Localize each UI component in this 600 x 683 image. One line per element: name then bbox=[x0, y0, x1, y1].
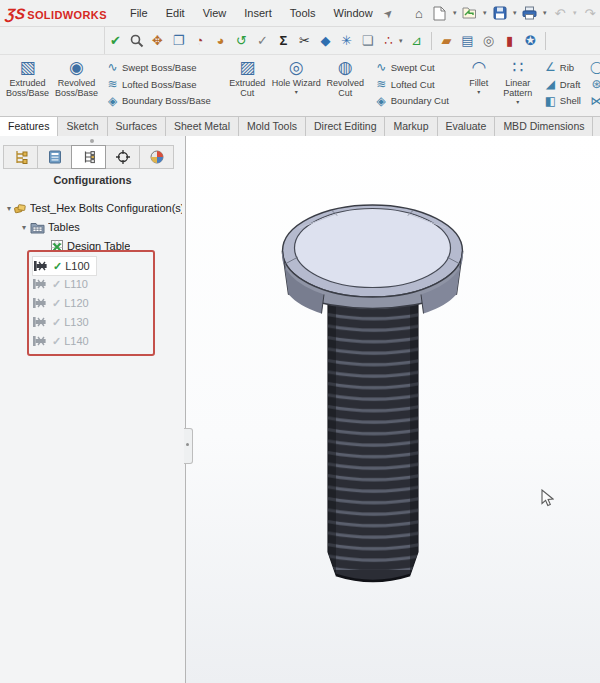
flag-marker-icon[interactable]: ▰ bbox=[436, 31, 457, 51]
swept-cut-button[interactable]: ∿ Swept Cut bbox=[372, 59, 451, 76]
equations-sigma-icon[interactable]: Σ bbox=[273, 31, 294, 51]
open-document-icon[interactable] bbox=[460, 3, 480, 23]
display-manager-tab[interactable] bbox=[139, 145, 174, 169]
fillet-button[interactable]: ◠ Fillet ▾ bbox=[461, 57, 497, 111]
tables-expand-arrow[interactable]: ▾ bbox=[18, 223, 30, 232]
tab-solidworks-addins[interactable]: SOLIDWORKS Add-Ins bbox=[592, 116, 600, 136]
annotation-highlight-box bbox=[27, 250, 155, 356]
appearance-sphere-icon[interactable]: ◕ bbox=[210, 31, 231, 51]
intersect-button[interactable]: ⊛ Intersect bbox=[587, 76, 600, 93]
panel-splitter-handle[interactable] bbox=[184, 428, 193, 464]
tab-markup[interactable]: Markup bbox=[384, 116, 437, 136]
hole-wizard-caret[interactable]: ▾ bbox=[295, 89, 298, 95]
new-document-icon[interactable] bbox=[430, 3, 450, 23]
save-icon[interactable] bbox=[490, 3, 510, 23]
root-config-label: Test_Hex Bolts Configuration(s) (L10 bbox=[30, 202, 182, 214]
rib-button[interactable]: ∠ Rib bbox=[541, 59, 583, 76]
hex-bolt-model[interactable] bbox=[186, 136, 600, 683]
error-doc-icon[interactable]: ▮ bbox=[499, 31, 520, 51]
star-circle-icon[interactable]: ✪ bbox=[520, 31, 541, 51]
open-doc-glyph bbox=[462, 6, 477, 20]
spell-check-icon[interactable]: ✔ bbox=[105, 31, 126, 51]
tab-surfaces[interactable]: Surfaces bbox=[107, 116, 166, 136]
graphics-area[interactable] bbox=[186, 136, 600, 683]
swept-boss-base-button[interactable]: ∿ Swept Boss/Base bbox=[103, 59, 213, 76]
open-dropdown-caret[interactable]: ▾ bbox=[481, 9, 489, 17]
new-dropdown-caret[interactable]: ▾ bbox=[451, 9, 459, 17]
redo-icon[interactable]: ↷ bbox=[580, 3, 600, 23]
fillet-caret[interactable]: ▾ bbox=[477, 89, 480, 95]
configuration-manager-tab[interactable] bbox=[71, 145, 106, 169]
linear-pattern-caret[interactable]: ▾ bbox=[516, 99, 519, 105]
print-icon[interactable] bbox=[520, 3, 540, 23]
tab-mbd-dimensions[interactable]: MBD Dimensions bbox=[494, 116, 593, 136]
extruded-boss-base-button[interactable]: ▧ Extruded Boss/Base bbox=[3, 57, 52, 111]
toolbar-dropdown-caret[interactable]: ▾ bbox=[399, 37, 406, 45]
menu-file[interactable]: File bbox=[121, 3, 157, 23]
command-manager-ribbon: ▧ Extruded Boss/Base ◉ Revolved Boss/Bas… bbox=[0, 55, 600, 114]
print-dropdown-caret[interactable]: ▾ bbox=[541, 9, 549, 17]
root-expand-arrow[interactable]: ▾ bbox=[4, 204, 14, 213]
copy-settings-icon[interactable]: ❏ bbox=[357, 31, 378, 51]
tab-features[interactable]: Features bbox=[0, 116, 58, 136]
home-icon[interactable]: ⌂ bbox=[409, 3, 429, 23]
extruded-boss-base-label: Extruded Boss/Base bbox=[3, 78, 52, 98]
feature-manager-tab[interactable] bbox=[3, 145, 38, 169]
menu-edit[interactable]: Edit bbox=[157, 3, 194, 23]
window-copy-icon[interactable]: ❐ bbox=[168, 31, 189, 51]
mouse-cursor bbox=[541, 489, 554, 507]
menu-insert[interactable]: Insert bbox=[235, 3, 281, 23]
tree-root-row[interactable]: ▾ Test_Hex Bolts Configuration(s) (L10 bbox=[4, 199, 182, 217]
lofted-boss-base-button[interactable]: ≋ Lofted Boss/Base bbox=[103, 76, 213, 93]
tab-direct-editing[interactable]: Direct Editing bbox=[305, 116, 385, 136]
tab-sketch[interactable]: Sketch bbox=[57, 116, 107, 136]
pin-menu-icon[interactable]: ➤ bbox=[380, 5, 396, 21]
panel-header: Configurations bbox=[0, 174, 185, 186]
paint-droplet-icon[interactable]: ◆ bbox=[315, 31, 336, 51]
extruded-cut-label: Extruded Cut bbox=[223, 78, 272, 98]
revolved-cut-button[interactable]: ◍ Revolved Cut bbox=[321, 57, 370, 111]
freeze-snowflake-icon[interactable]: ✳ bbox=[336, 31, 357, 51]
linear-pattern-button[interactable]: ∷ Linear Pattern ▾ bbox=[497, 57, 539, 111]
property-manager-tab[interactable] bbox=[37, 145, 72, 169]
measure-tool-icon[interactable]: ⊿ bbox=[406, 31, 427, 51]
magnifier-icon[interactable] bbox=[126, 31, 147, 51]
sketch-check-icon[interactable]: ✓ bbox=[252, 31, 273, 51]
section-view-icon[interactable]: ▤ bbox=[457, 31, 478, 51]
wrap-button[interactable]: ◯ Wrap bbox=[587, 59, 600, 76]
lofted-boss-base-label: Lofted Boss/Base bbox=[122, 79, 196, 90]
lofted-cut-button[interactable]: ≋ Lofted Cut bbox=[372, 76, 451, 93]
undo-icon[interactable]: ↶ bbox=[550, 3, 570, 23]
menu-tools[interactable]: Tools bbox=[281, 3, 325, 23]
menu-window[interactable]: Window bbox=[325, 3, 382, 23]
swept-boss-base-icon: ∿ bbox=[105, 60, 120, 74]
linear-pattern-label: Linear Pattern bbox=[497, 78, 539, 98]
verify-circle-icon[interactable]: ◎ bbox=[478, 31, 499, 51]
trim-scissors-icon[interactable]: ✂ bbox=[294, 31, 315, 51]
property-manager-icon bbox=[47, 149, 63, 165]
new-doc-glyph bbox=[433, 6, 446, 21]
save-dropdown-caret[interactable]: ▾ bbox=[511, 9, 519, 17]
extruded-cut-button[interactable]: ▨ Extruded Cut bbox=[223, 57, 272, 111]
tables-folder-row[interactable]: ▾ Tables bbox=[18, 218, 80, 236]
shell-button[interactable]: ◧ Shell bbox=[541, 92, 583, 109]
mirror-button[interactable]: ⋈ Mirror bbox=[587, 92, 600, 109]
boundary-cut-button[interactable]: ◈ Boundary Cut bbox=[372, 92, 451, 109]
dimxpert-manager-tab[interactable] bbox=[105, 145, 140, 169]
revolved-boss-base-button[interactable]: ◉ Revolved Boss/Base bbox=[52, 57, 101, 111]
tab-mold-tools[interactable]: Mold Tools bbox=[238, 116, 306, 136]
menu-view[interactable]: View bbox=[194, 3, 236, 23]
pan-move-icon[interactable]: ✥ bbox=[147, 31, 168, 51]
quick-access-toolbar: ⌂ ▾ ▾ ▾ bbox=[409, 2, 600, 24]
rebuild-refresh-icon[interactable]: ↺ bbox=[231, 31, 252, 51]
tab-sheet-metal[interactable]: Sheet Metal bbox=[165, 116, 239, 136]
draft-button[interactable]: ◢ Draft bbox=[541, 76, 583, 93]
manager-tab-strip bbox=[4, 145, 174, 169]
boundary-boss-base-button[interactable]: ◈ Boundary Boss/Base bbox=[103, 92, 213, 109]
tab-evaluate[interactable]: Evaluate bbox=[437, 116, 496, 136]
boundary-boss-base-icon: ◈ bbox=[105, 94, 120, 108]
hole-wizard-button[interactable]: ◎ Hole Wizard ▾ bbox=[272, 57, 321, 111]
panel-grip-dot[interactable] bbox=[90, 139, 94, 143]
share-nodes-icon[interactable]: ∴ bbox=[378, 31, 399, 51]
section-pie-icon[interactable]: ◔ bbox=[189, 31, 210, 51]
